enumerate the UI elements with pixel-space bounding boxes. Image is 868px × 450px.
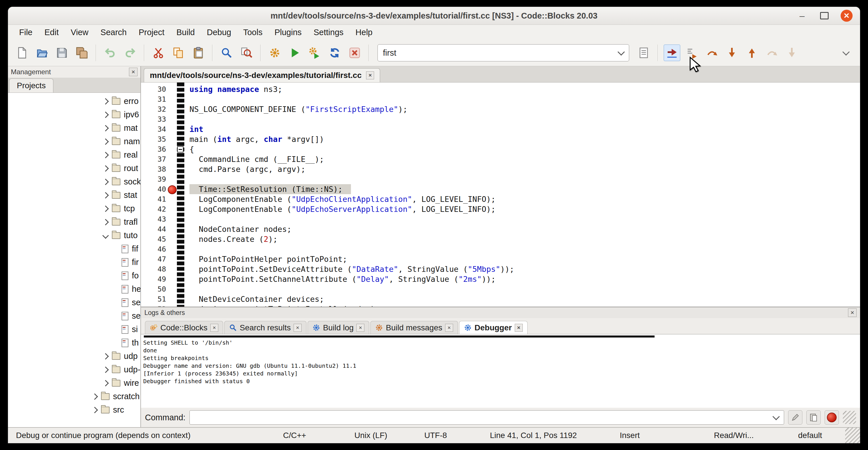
code-editor[interactable]: 30using namespace ns3;3132NS_LOG_COMPONE… [141,83,860,307]
logs-tab-search-results[interactable]: Search results✕ [224,321,306,334]
code-line-34[interactable]: 34int [141,124,860,134]
redo-button[interactable] [122,44,138,61]
editor-tab-close-button[interactable]: ✕ [366,71,374,79]
debugger-log[interactable]: Setting SHELL to '/bin/sh'doneSetting br… [141,334,860,408]
chevron-right-icon[interactable] [102,125,109,131]
code-line-49[interactable]: 49 pointToPoint.SetChannelAttribute ("De… [141,274,860,284]
chevron-right-icon[interactable] [92,407,98,413]
rebuild-button[interactable] [327,44,343,61]
tree-item-stat[interactable]: stat [8,188,141,202]
resize-grip[interactable] [843,411,856,424]
toolbar-overflow-button[interactable] [838,44,854,61]
cut-button[interactable] [150,44,167,61]
logs-close-button[interactable]: ✕ [848,308,857,317]
tree-item-se[interactable]: se [8,296,141,309]
tree-item-scratch[interactable]: scratch [8,390,141,403]
step-into-instruction-button[interactable] [783,44,800,61]
build-button[interactable] [267,44,283,61]
chevron-right-icon[interactable] [102,152,109,158]
search-combo-dropdown-button[interactable] [614,44,629,61]
menu-item-help[interactable]: Help [349,26,379,39]
chevron-right-icon[interactable] [102,219,109,225]
open-files-list-button[interactable] [636,44,652,61]
chevron-right-icon[interactable] [102,205,109,212]
menu-item-build[interactable]: Build [170,26,201,39]
tree-item-rout[interactable]: rout [8,161,141,175]
chevron-right-icon[interactable] [102,380,109,386]
code-line-32[interactable]: 32NS_LOG_COMPONENT_DEFINE ("FirstScriptE… [141,104,860,114]
code-line-37[interactable]: 37 CommandLine cmd (__FILE__); [141,154,860,164]
menu-item-project[interactable]: Project [133,26,170,39]
logs-tab-close-button[interactable]: ✕ [445,324,453,332]
menu-item-plugins[interactable]: Plugins [269,26,308,39]
title-bar[interactable]: mnt/dev/tools/source/ns-3-dev/examples/t… [8,7,860,25]
chevron-right-icon[interactable] [102,138,109,145]
code-line-36[interactable]: 36{ [141,144,860,154]
tree-item-he[interactable]: he [8,282,141,296]
tree-item-wire[interactable]: wire [8,376,141,390]
build-and-run-button[interactable] [306,44,323,61]
command-input[interactable] [190,411,768,424]
window-resize-grip[interactable] [845,428,860,443]
copy-log-button[interactable] [806,410,820,425]
code-line-50[interactable]: 50 [141,284,860,294]
tree-item-src[interactable]: src [8,403,141,417]
code-line-38[interactable]: 38 cmd.Parse (argc, argv); [141,164,860,174]
tab-projects[interactable]: Projects [9,79,53,92]
logs-tab-build-log[interactable]: Build log✕ [308,321,369,334]
tree-item-erro[interactable]: erro [8,94,141,108]
projects-tree[interactable]: erroipv6matnamrealroutsockstattcptrafltu… [8,93,141,427]
menu-item-edit[interactable]: Edit [38,26,65,39]
menu-item-tools[interactable]: Tools [237,26,269,39]
open-file-button[interactable] [34,44,50,61]
search-input[interactable] [378,48,614,58]
save-button[interactable] [54,44,70,61]
logs-tab-debugger[interactable]: Debugger✕ [459,321,528,334]
tree-item-udp[interactable]: udp [8,350,141,363]
maximize-button[interactable] [818,10,830,22]
code-line-31[interactable]: 31 [141,94,860,104]
step-into-button[interactable] [724,44,740,61]
tree-item-real[interactable]: real [8,148,141,161]
chevron-right-icon[interactable] [102,366,109,373]
chevron-right-icon[interactable] [102,98,109,104]
run-button[interactable] [286,44,303,61]
menu-item-file[interactable]: File [13,26,38,39]
chevron-right-icon[interactable] [92,393,98,400]
management-close-button[interactable]: ✕ [129,68,137,76]
menu-item-settings[interactable]: Settings [308,26,349,39]
search-combo[interactable] [377,44,629,61]
code-line-30[interactable]: 30using namespace ns3; [141,84,860,94]
logs-tab-close-button[interactable]: ✕ [293,324,302,332]
tree-item-tuto[interactable]: tuto [8,229,141,242]
tree-item-trafl[interactable]: trafl [8,215,141,229]
fold-marker-icon[interactable] [177,146,183,152]
menu-item-debug[interactable]: Debug [201,26,237,39]
debug-continue-button[interactable] [664,44,680,61]
code-line-40[interactable]: 40 Time::SetResolution (Time::NS); [141,184,860,194]
code-line-48[interactable]: 48 pointToPoint.SetDeviceAttribute ("Dat… [141,264,860,274]
menu-item-view[interactable]: View [65,26,94,39]
next-line-button[interactable] [704,44,720,61]
code-line-47[interactable]: 47 PointToPointHelper pointToPoint; [141,254,860,264]
new-file-button[interactable] [14,44,30,61]
tree-item-ipv6[interactable]: ipv6 [8,108,141,121]
logs-tab-code-blocks[interactable]: Code::Blocks✕ [145,321,223,334]
code-line-42[interactable]: 42 LogComponentEnable ("UdpEchoServerApp… [141,204,860,214]
chevron-right-icon[interactable] [102,353,109,359]
code-line-39[interactable]: 39 [141,174,860,184]
code-line-43[interactable]: 43 [141,214,860,224]
stop-debugger-button[interactable] [825,410,839,425]
tree-item-fir[interactable]: fir [8,256,141,269]
code-line-51[interactable]: 51 NetDeviceContainer devices; [141,294,860,304]
find-in-files-button[interactable] [238,44,255,61]
copy-button[interactable] [170,44,187,61]
tree-item-th[interactable]: th [8,336,141,350]
chevron-right-icon[interactable] [102,178,109,185]
tree-item-fif[interactable]: fif [8,242,141,256]
logs-tab-close-button[interactable]: ✕ [356,324,364,332]
tree-item-fo[interactable]: fo [8,269,141,282]
edit-command-button[interactable] [788,410,802,425]
save-all-button[interactable] [73,44,90,61]
chevron-right-icon[interactable] [102,192,109,199]
